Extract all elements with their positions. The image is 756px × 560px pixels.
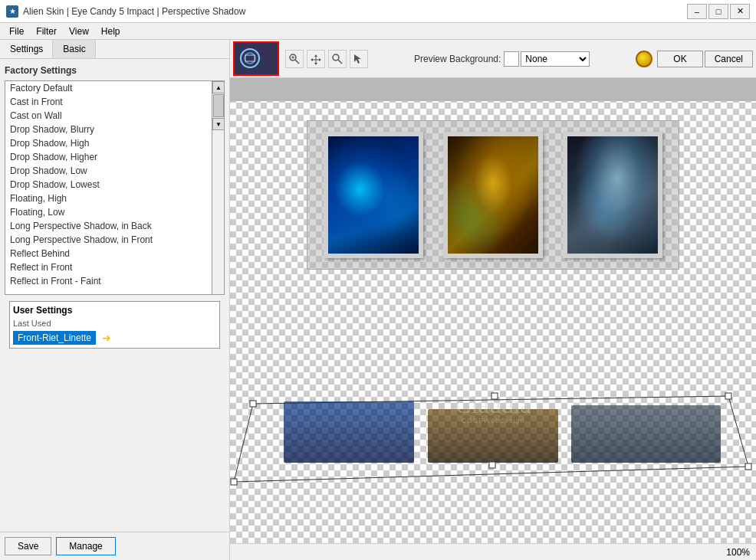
list-item[interactable]: Reflect Behind bbox=[5, 247, 224, 260]
svg-point-8 bbox=[333, 54, 339, 61]
svg-line-15 bbox=[234, 404, 253, 482]
tab-bar: Settings Basic bbox=[0, 40, 229, 59]
menu-file[interactable]: File bbox=[3, 25, 30, 38]
list-item[interactable]: Long Perspective Shadow, in Back bbox=[5, 219, 224, 233]
list-item[interactable]: Drop Shadow, Blurry bbox=[5, 123, 224, 136]
pan-button[interactable] bbox=[307, 50, 325, 68]
selected-preset-item[interactable]: Front-Riet_Linette bbox=[13, 331, 96, 345]
title-bar: ★ Alien Skin | Eye Candy 5 Impact | Pers… bbox=[0, 0, 756, 23]
scroll-up-button[interactable]: ▲ bbox=[212, 81, 225, 93]
list-item[interactable]: Floating, High bbox=[5, 192, 224, 205]
svg-line-16 bbox=[728, 396, 748, 467]
presets-list-container: Factory Default Cast in Front Cast on Wa… bbox=[5, 80, 225, 295]
list-item[interactable]: Cast in Front bbox=[5, 95, 224, 109]
selected-preset-label: Front-Riet_Linette bbox=[18, 332, 91, 343]
thumbnail-preview bbox=[233, 41, 279, 76]
minimize-button[interactable]: – bbox=[687, 4, 707, 19]
ok-indicator-icon bbox=[636, 51, 652, 67]
left-panel: Settings Basic Factory Settings Factory … bbox=[0, 40, 230, 560]
list-item[interactable]: Reflect in Front - Faint bbox=[5, 274, 224, 288]
preview-bg-color-swatch[interactable] bbox=[504, 51, 519, 67]
gallery-image-1 bbox=[324, 132, 423, 258]
svg-rect-21 bbox=[489, 462, 495, 468]
menu-filter[interactable]: Filter bbox=[30, 25, 63, 38]
zoom-button[interactable] bbox=[328, 50, 347, 68]
save-button[interactable]: Save bbox=[5, 537, 51, 555]
right-panel: Preview Background: None White Black OK … bbox=[230, 40, 756, 560]
svg-line-13 bbox=[253, 396, 728, 404]
list-item[interactable]: Drop Shadow, High bbox=[5, 136, 224, 150]
list-item[interactable]: Drop Shadow, Lowest bbox=[5, 178, 224, 192]
svg-rect-18 bbox=[491, 393, 498, 399]
arrow-right-icon: ➜ bbox=[102, 332, 111, 344]
manage-button[interactable]: Manage bbox=[56, 537, 115, 555]
cancel-button[interactable]: Cancel bbox=[705, 51, 753, 67]
zoom-fit-button[interactable] bbox=[285, 50, 304, 68]
canvas-top-bar bbox=[230, 78, 756, 101]
list-item[interactable]: Drop Shadow, Higher bbox=[5, 150, 224, 164]
user-settings-label: User Settings bbox=[13, 305, 216, 316]
svg-line-5 bbox=[295, 60, 299, 64]
list-item[interactable]: Cast on Wall bbox=[5, 109, 224, 123]
title-bar-left: ★ Alien Skin | Eye Candy 5 Impact | Pers… bbox=[6, 5, 245, 18]
preview-bg-label: Preview Background: bbox=[414, 54, 501, 64]
ok-button[interactable]: OK bbox=[657, 51, 702, 67]
top-toolbar: Preview Background: None White Black OK … bbox=[230, 40, 756, 78]
thumbnail-image bbox=[235, 43, 278, 74]
perspective-shadow-svg bbox=[230, 390, 756, 497]
presets-list: Factory Default Cast in Front Cast on Wa… bbox=[5, 81, 224, 288]
canvas-area[interactable]: Claudia CGSFWebdesign bbox=[230, 78, 756, 543]
svg-rect-11 bbox=[428, 409, 558, 463]
svg-rect-17 bbox=[250, 401, 256, 407]
maximize-button[interactable]: □ bbox=[708, 4, 728, 19]
settings-section: Factory Settings Factory Default Cast in… bbox=[0, 59, 229, 532]
close-button[interactable]: ✕ bbox=[730, 4, 750, 19]
preview-bg-control: None White Black bbox=[504, 51, 590, 67]
menu-bar: File Filter View Help bbox=[0, 23, 756, 40]
tab-basic[interactable]: Basic bbox=[53, 40, 95, 58]
list-item[interactable]: Long Perspective Shadow, in Front bbox=[5, 233, 224, 247]
gallery-image-3 bbox=[563, 132, 662, 258]
menu-help[interactable]: Help bbox=[95, 25, 127, 38]
tab-settings[interactable]: Settings bbox=[0, 40, 53, 58]
list-item[interactable]: Factory Default bbox=[5, 81, 224, 95]
zoom-level: 100% bbox=[726, 547, 750, 558]
main-layout: Settings Basic Factory Settings Factory … bbox=[0, 40, 756, 560]
svg-rect-20 bbox=[231, 479, 237, 485]
app-icon: ★ bbox=[6, 5, 18, 18]
svg-line-9 bbox=[338, 60, 342, 64]
status-bar: 100% bbox=[230, 543, 756, 560]
window-controls: – □ ✕ bbox=[687, 4, 750, 19]
ok-cancel-area: OK Cancel bbox=[636, 51, 753, 67]
scroll-thumb[interactable] bbox=[213, 94, 224, 117]
svg-rect-10 bbox=[284, 401, 414, 463]
window-title: Alien Skin | Eye Candy 5 Impact | Perspe… bbox=[23, 6, 245, 17]
list-scrollbar[interactable]: ▲ ▼ bbox=[212, 81, 224, 294]
list-item[interactable]: Reflect in Front bbox=[5, 260, 224, 274]
preview-bg-select[interactable]: None White Black bbox=[521, 51, 590, 67]
menu-view[interactable]: View bbox=[63, 25, 95, 38]
svg-rect-22 bbox=[745, 463, 751, 470]
factory-settings-label: Factory Settings bbox=[5, 64, 225, 77]
select-button[interactable] bbox=[350, 50, 368, 68]
bottom-buttons: Save Manage bbox=[0, 532, 229, 560]
scroll-down-button[interactable]: ▼ bbox=[212, 118, 225, 130]
svg-rect-19 bbox=[725, 393, 731, 399]
gallery-image-2 bbox=[443, 132, 543, 258]
svg-rect-12 bbox=[571, 405, 721, 463]
last-used-label: Last Used bbox=[13, 319, 216, 328]
list-item[interactable]: Drop Shadow, Low bbox=[5, 164, 224, 178]
user-settings-section: User Settings Last Used Front-Riet_Linet… bbox=[9, 301, 220, 349]
list-item[interactable]: Floating, Low bbox=[5, 205, 224, 219]
svg-line-14 bbox=[234, 467, 748, 482]
gallery-container bbox=[307, 120, 679, 270]
